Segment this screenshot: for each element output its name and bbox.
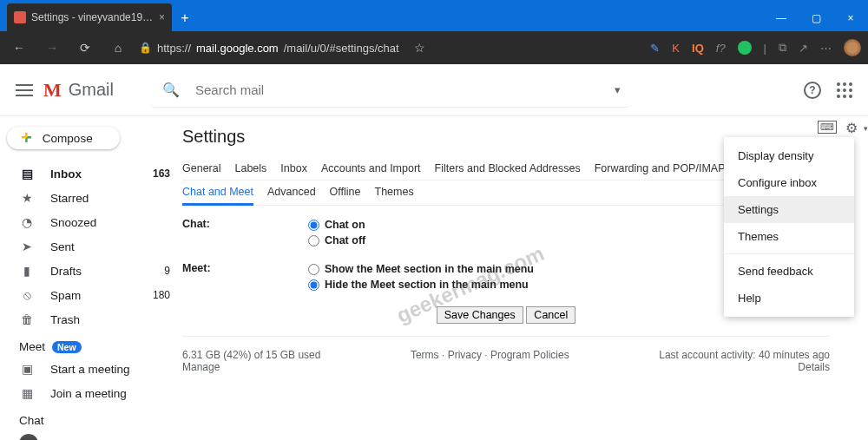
drafts-icon: ▮ — [19, 264, 35, 278]
profile-avatar[interactable] — [844, 39, 861, 56]
extensions-tray: ✎ K IQ f? | ⧉ ↗ ⋯ — [441, 39, 861, 56]
privacy-link[interactable]: Privacy — [448, 349, 482, 361]
chat-section-header: Chat — [0, 405, 182, 430]
settings-tab-advanced[interactable]: Advanced — [267, 181, 316, 205]
compose-label: Compose — [43, 132, 93, 145]
meet-show-radio[interactable] — [308, 264, 319, 275]
sidebar-item-starred[interactable]: ★ Starred — [0, 186, 182, 210]
settings-tab-accounts-and-import[interactable]: Accounts and Import — [321, 157, 421, 180]
gmail-logo-text[interactable]: Gmail — [69, 80, 114, 100]
share-icon[interactable]: ↗ — [799, 42, 808, 55]
manage-link[interactable]: Manage — [182, 361, 220, 373]
new-badge: New — [52, 341, 82, 353]
sidebar-item-start-a-meeting[interactable]: ▣ Start a meeting — [0, 357, 182, 381]
meet-setting-label: Meet: — [182, 262, 308, 292]
chat-off-radio[interactable] — [308, 235, 319, 246]
sidebar-item-count: 163 — [153, 167, 170, 180]
search-input[interactable] — [195, 82, 599, 97]
menu-item-help[interactable]: Help — [724, 285, 854, 312]
sidebar-item-drafts[interactable]: ▮ Drafts 9 — [0, 259, 182, 283]
search-icon[interactable]: 🔍 — [162, 82, 180, 98]
sidebar-item-inbox[interactable]: ▤ Inbox 163 — [0, 161, 182, 186]
terms-link[interactable]: Terms — [411, 349, 439, 361]
sidebar-item-snoozed[interactable]: ◔ Snoozed — [0, 210, 182, 234]
forward-button[interactable]: → — [40, 41, 64, 55]
settings-tab-filters-and-blocked-addresses[interactable]: Filters and Blocked Addresses — [435, 157, 581, 180]
ext-icon[interactable] — [738, 41, 752, 55]
chat-on-radio[interactable] — [308, 220, 319, 231]
compose-button[interactable]: + Compose — [7, 127, 120, 149]
storage-usage: 6.31 GB (42%) of 15 GB used — [182, 349, 320, 361]
ext-icon[interactable]: ✎ — [650, 42, 660, 55]
window-maximize-button[interactable]: ▢ — [799, 5, 833, 31]
chat-on-option[interactable]: Chat on — [308, 218, 365, 233]
sent-icon: ➤ — [19, 240, 35, 253]
meet-hide-option[interactable]: Hide the Meet section in the main menu — [308, 278, 534, 293]
collections-icon[interactable]: ⧉ — [779, 41, 786, 55]
refresh-button[interactable]: ⟳ — [73, 41, 97, 55]
settings-tab-chat-and-meet[interactable]: Chat and Meet — [182, 181, 253, 206]
sidebar-item-spam[interactable]: ⦸ Spam 180 — [0, 283, 182, 307]
apps-icon[interactable] — [837, 82, 852, 98]
sidebar-item-trash[interactable]: 🗑 Trash — [0, 307, 182, 332]
menu-item-configure-inbox[interactable]: Configure inbox — [724, 169, 854, 196]
menu-item-settings[interactable]: Settings — [724, 196, 854, 223]
inbox-icon: ▤ — [19, 167, 35, 181]
meet-hide-radio[interactable] — [308, 279, 319, 291]
lock-icon: 🔒 — [139, 42, 152, 54]
sidebar-item-join-a-meeting[interactable]: ▦ Join a meeting — [0, 381, 182, 405]
tab-favicon — [14, 11, 26, 23]
main-menu-button[interactable] — [16, 84, 33, 96]
tab-close-icon[interactable]: × — [159, 11, 165, 23]
url-path: /mail/u/0/#settings/chat — [284, 42, 399, 55]
browser-title-bar: Settings - vineyvande19@gmail… × + — ▢ × — [0, 0, 868, 31]
meet-show-option[interactable]: Show the Meet section in the main menu — [308, 262, 534, 278]
sidebar-item-label: Sent — [50, 240, 75, 253]
sidebar-item-count: 180 — [153, 289, 170, 301]
activity-text: Last account activity: 40 minutes ago — [659, 349, 830, 361]
footer: 6.31 GB (42%) of 15 GB used Manage Terms… — [182, 337, 830, 373]
help-icon[interactable]: ? — [804, 82, 821, 99]
chat-off-option[interactable]: Chat off — [308, 233, 365, 249]
cancel-button[interactable]: Cancel — [526, 306, 575, 324]
chat-setting-label: Chat: — [182, 218, 308, 248]
menu-item-display-density[interactable]: Display density — [724, 142, 854, 169]
settings-tab-labels[interactable]: Labels — [234, 157, 266, 180]
sidebar-item-sent[interactable]: ➤ Sent — [0, 234, 182, 259]
home-button[interactable]: ⌂ — [106, 41, 130, 55]
settings-content: ⌨ ⚙ Settings GeneralLabelsInboxAccounts … — [182, 116, 868, 440]
more-icon[interactable]: ⋯ — [820, 42, 832, 55]
spam-icon: ⦸ — [19, 288, 35, 303]
settings-tab-themes[interactable]: Themes — [375, 181, 414, 205]
search-bar[interactable]: 🔍 ▾ — [150, 73, 633, 108]
url-field[interactable]: 🔒 https://mail.google.com/mail/u/0/#sett… — [139, 36, 399, 59]
window-close-button[interactable]: × — [833, 5, 868, 31]
menu-item-themes[interactable]: Themes — [724, 223, 854, 250]
ext-icon[interactable]: IQ — [692, 42, 704, 55]
settings-tab-general[interactable]: General — [182, 157, 220, 180]
back-button[interactable]: ← — [7, 41, 31, 55]
url-prefix: https:// — [157, 42, 191, 55]
menu-item-send-feedback[interactable]: Send feedback — [724, 258, 854, 285]
window-minimize-button[interactable]: — — [764, 5, 799, 31]
input-tools-icon[interactable]: ⌨ — [818, 121, 837, 134]
save-changes-button[interactable]: Save Changes — [437, 306, 523, 324]
settings-tab-inbox[interactable]: Inbox — [280, 157, 307, 180]
settings-gear-icon[interactable]: ⚙ — [845, 120, 859, 134]
sidebar-item-label: Start a meeting — [50, 363, 130, 376]
policies-link[interactable]: Program Policies — [490, 349, 569, 361]
gmail-logo-icon[interactable]: M — [43, 79, 62, 102]
meet-section-header: Meet New — [0, 332, 182, 357]
chat-user[interactable]: Viney ▾ — [0, 430, 182, 440]
ext-icon[interactable]: K — [672, 42, 680, 55]
chat-avatar — [19, 434, 38, 440]
settings-tab-forwarding-and-pop-imap[interactable]: Forwarding and POP/IMAP — [595, 157, 726, 180]
search-options-icon[interactable]: ▾ — [615, 83, 621, 96]
ext-icon[interactable]: f? — [716, 42, 726, 55]
new-tab-button[interactable]: + — [172, 5, 198, 31]
favorite-icon[interactable]: ☆ — [408, 41, 432, 55]
plus-icon: + — [21, 127, 32, 149]
browser-tab[interactable]: Settings - vineyvande19@gmail… × — [7, 3, 172, 31]
settings-tab-offline[interactable]: Offline — [330, 181, 361, 205]
details-link[interactable]: Details — [798, 361, 830, 373]
